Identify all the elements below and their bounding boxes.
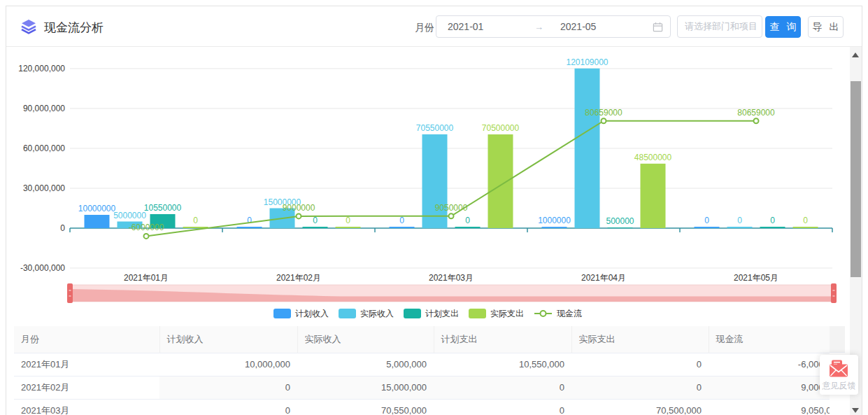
value-cell: 10,000,000 — [159, 353, 297, 376]
bar-value-label: 500000 — [606, 216, 634, 226]
chart-bar — [422, 134, 448, 228]
chart-bar — [390, 227, 415, 228]
legend-swatch — [469, 309, 486, 318]
line-point — [144, 234, 149, 239]
scrollbar-thumb[interactable] — [851, 81, 861, 277]
y-axis-tick-label: 60,000,000 — [23, 143, 65, 153]
scroll-down-arrow[interactable] — [852, 408, 859, 413]
bar-value-label: 10550000 — [144, 203, 182, 213]
x-axis-category-label: 2021年05月 — [734, 273, 778, 283]
table-scroll-gutter — [830, 326, 845, 353]
legend-label: 计划收入 — [295, 308, 329, 320]
date-range-picker[interactable]: 2021-01 → 2021-05 — [436, 15, 671, 38]
legend-item[interactable]: 实际支出 — [469, 308, 524, 320]
chart-bar — [575, 69, 600, 228]
calendar-icon — [653, 22, 663, 32]
app-header: 现金流分析 月份 2021-01 → 2021-05 请选择部门和项目 查 询 … — [6, 6, 862, 47]
x-axis-category-label: 2021年02月 — [276, 273, 321, 283]
value-cell: 70,500,000 — [571, 399, 709, 415]
layers-icon — [20, 18, 37, 35]
bar-value-label: 0 — [193, 216, 198, 225]
x-axis-category-label: 2021年04月 — [581, 273, 626, 283]
bar-value-label: 70550000 — [416, 123, 454, 133]
month-filter-label: 月份 — [415, 22, 434, 34]
legend-item[interactable]: 计划支出 — [404, 308, 459, 320]
select-placeholder: 请选择部门和项目 — [678, 20, 757, 33]
feedback-button[interactable]: 意见反馈 — [820, 355, 858, 395]
legend-item[interactable]: 现金流 — [534, 308, 582, 320]
line-value-label: 80659000 — [737, 108, 775, 118]
legend-swatch — [273, 309, 291, 318]
table-header-cell: 计划收入 — [159, 326, 297, 353]
chart-bar — [336, 227, 361, 228]
line-point — [297, 213, 301, 218]
value-cell: 5,000,000 — [297, 353, 434, 376]
table-row: 2021年02月015,000,000009,000,000 — [14, 376, 830, 399]
value-cell: 0 — [159, 399, 297, 415]
chart-bar — [793, 227, 818, 228]
x-axis-category-label: 2021年03月 — [429, 273, 474, 283]
chart-bar — [237, 227, 262, 228]
bar-value-label: 0 — [737, 216, 742, 225]
month-cell: 2021年03月 — [14, 399, 159, 415]
chart-bar — [641, 164, 666, 228]
line-value-label: -6000000 — [129, 223, 164, 232]
line-value-label: 9050000 — [435, 203, 468, 213]
legend-item[interactable]: 实际收入 — [339, 308, 394, 320]
y-axis-tick-label: 90,000,000 — [23, 104, 65, 113]
y-axis-tick-label: -30,000,000 — [20, 263, 65, 273]
date-end-value[interactable]: 2021-05 — [543, 21, 634, 32]
chart-bar — [608, 227, 633, 228]
page-title: 现金流分析 — [44, 20, 104, 36]
table-row: 2021年03月070,550,000070,500,0009,050,000 — [14, 399, 830, 415]
department-project-select[interactable]: 请选择部门和项目 — [677, 15, 762, 38]
chart-bar — [542, 227, 567, 228]
cashflow-analysis-card: 现金流分析 月份 2021-01 → 2021-05 请选择部门和项目 查 询 … — [6, 6, 862, 415]
bar-value-label: 0 — [399, 216, 404, 225]
bar-value-label: 48500000 — [634, 153, 672, 162]
slider-selected-range[interactable] — [70, 285, 834, 302]
chart-bar — [760, 227, 785, 228]
x-axis-category-label: 2021年01月 — [124, 273, 169, 283]
value-cell: 0 — [571, 353, 709, 376]
table-header-cell: 现金流 — [709, 326, 830, 353]
export-button[interactable]: 导 出 — [808, 16, 844, 38]
legend-swatch — [404, 309, 421, 318]
bar-value-label: 0 — [465, 216, 470, 225]
value-cell: 10,550,000 — [434, 353, 571, 376]
bar-value-label: 1000000 — [538, 216, 571, 225]
table-header-cell: 月份 — [14, 326, 159, 353]
legend-label: 计划支出 — [425, 308, 459, 320]
slider-handle-right[interactable] — [831, 283, 837, 303]
data-zoom-slider[interactable] — [70, 285, 834, 302]
legend-label: 实际支出 — [490, 308, 524, 320]
value-cell: 15,000,000 — [297, 376, 434, 399]
value-cell: 9,050,000 — [709, 399, 830, 415]
table-header-cell: 实际支出 — [571, 326, 709, 353]
range-arrow-icon: → — [534, 22, 543, 32]
query-button[interactable]: 查 询 — [765, 16, 801, 38]
bar-value-label: 10000000 — [78, 204, 116, 213]
bar-value-label: 70500000 — [482, 123, 520, 133]
slider-handle-left[interactable] — [67, 283, 73, 303]
y-axis-tick-label: 0 — [60, 223, 65, 233]
value-cell: 70,550,000 — [297, 399, 434, 415]
chart-bar — [85, 215, 110, 228]
bar-value-label: 0 — [704, 216, 709, 225]
value-cell: 0 — [571, 376, 709, 399]
mail-feedback-icon — [829, 360, 850, 378]
legend-item[interactable]: 计划收入 — [273, 308, 329, 320]
date-start-value[interactable]: 2021-01 — [436, 21, 534, 32]
scroll-up-arrow[interactable] — [852, 52, 859, 57]
chart-bar — [488, 134, 513, 228]
value-cell: -6,000,000 — [709, 353, 830, 376]
legend-swatch — [339, 309, 356, 318]
line-point — [754, 118, 759, 123]
cashflow-chart: 120,000,00090,000,00060,000,00030,000,00… — [6, 47, 849, 286]
bar-value-label: 5000000 — [113, 211, 146, 220]
table-row: 2021年01月10,000,0005,000,00010,550,0000-6… — [14, 353, 830, 376]
cashflow-table: 月份计划收入实际收入计划支出实际支出现金流 2021年01月10,000,000… — [14, 326, 830, 415]
value-cell: 0 — [159, 376, 297, 399]
month-cell: 2021年02月 — [14, 376, 159, 399]
chart-bar — [695, 227, 720, 228]
